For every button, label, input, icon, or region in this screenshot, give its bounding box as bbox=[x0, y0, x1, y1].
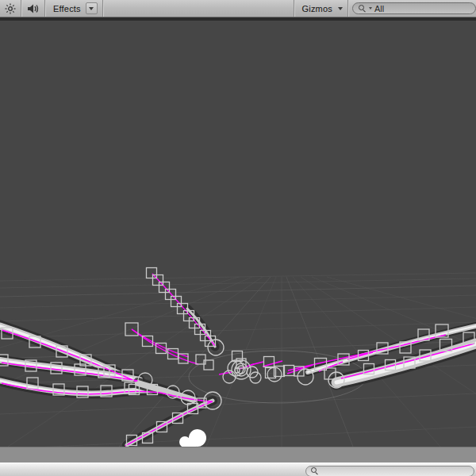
effects-dropdown[interactable]: Effects bbox=[46, 0, 102, 17]
toolbar-spacer bbox=[104, 0, 294, 17]
scene-search-value: All bbox=[374, 4, 384, 13]
search-icon bbox=[311, 467, 319, 475]
effects-label: Effects bbox=[53, 4, 81, 13]
bottom-toolbar bbox=[0, 463, 476, 476]
chevron-down-icon bbox=[338, 7, 343, 10]
scene-viewport[interactable] bbox=[0, 21, 476, 447]
bottom-search-field[interactable] bbox=[305, 466, 474, 476]
sun-icon bbox=[5, 3, 16, 14]
search-filter-caret-icon bbox=[369, 7, 372, 10]
chevron-down-icon bbox=[89, 7, 94, 10]
scene-toolbar: Effects Gizmos All bbox=[0, 0, 476, 17]
search-icon bbox=[359, 5, 367, 13]
scene-search-field[interactable]: All bbox=[352, 2, 476, 14]
unity-scene-view: Effects Gizmos All bbox=[0, 0, 476, 476]
status-strip bbox=[0, 447, 476, 463]
gizmos-label: Gizmos bbox=[302, 4, 332, 13]
scene-audio-button[interactable] bbox=[22, 0, 44, 17]
branch-spline bbox=[251, 362, 263, 365]
gizmos-dropdown[interactable]: Gizmos bbox=[295, 0, 347, 17]
scene-lighting-button[interactable] bbox=[0, 0, 21, 17]
branch-tubes-layer bbox=[0, 309, 476, 445]
effects-arrow-button[interactable] bbox=[86, 2, 98, 14]
cloud-layer bbox=[179, 429, 206, 447]
speaker-icon bbox=[27, 3, 40, 14]
toolbar-separator bbox=[347, 0, 349, 17]
scene-svg[interactable] bbox=[0, 21, 476, 447]
